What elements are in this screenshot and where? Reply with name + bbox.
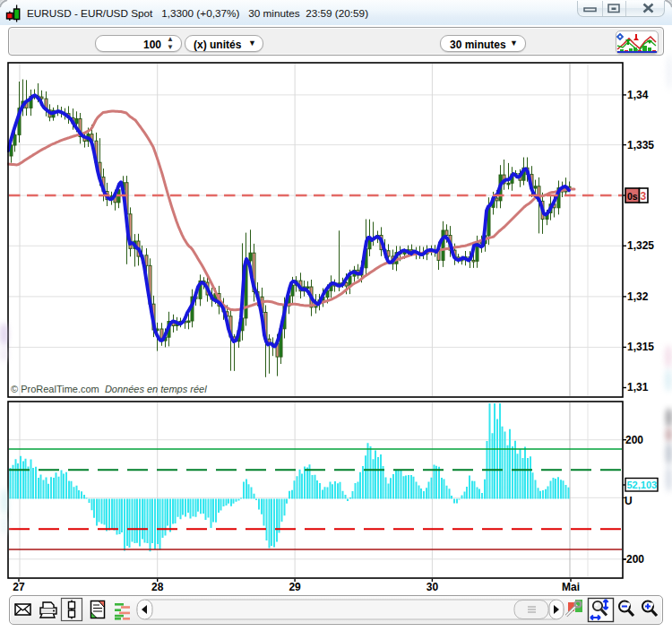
svg-text:1,325: 1,325 — [627, 239, 654, 252]
svg-text:52,103: 52,103 — [627, 480, 658, 490]
svg-text:30: 30 — [426, 581, 439, 593]
svg-text:29: 29 — [289, 581, 301, 593]
svg-text:28: 28 — [151, 581, 164, 593]
svg-text:27: 27 — [13, 581, 25, 593]
svg-text:Mai: Mai — [562, 581, 580, 593]
svg-text:3: 3 — [641, 190, 647, 203]
svg-text:U: U — [625, 495, 633, 507]
svg-text:1,34: 1,34 — [627, 89, 649, 101]
svg-text:0s: 0s — [627, 191, 638, 202]
svg-text:1,31: 1,31 — [627, 381, 649, 393]
svg-text:© ProRealTime.com Données en: © ProRealTime.com Données en temps réel — [11, 384, 207, 394]
svg-text:1,32: 1,32 — [627, 290, 649, 303]
svg-text:1,335: 1,335 — [627, 139, 654, 151]
svg-text:1,315: 1,315 — [627, 341, 654, 353]
svg-text:200: 200 — [625, 434, 643, 446]
